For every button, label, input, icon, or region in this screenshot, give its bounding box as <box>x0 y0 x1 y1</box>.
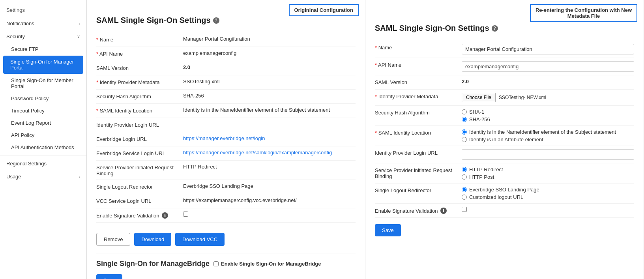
sso-landing-option[interactable]: Everbridge SSO Landing Page <box>462 187 634 193</box>
help-icon-left[interactable]: ? <box>213 17 219 24</box>
right-label-sp-binding: Service Provider initiated Request Bindi… <box>375 167 462 179</box>
nameid-radio[interactable] <box>462 129 467 135</box>
custom-logout-option[interactable]: Customized logout URL <box>462 194 634 200</box>
right-callout: Re-entering the Configuration with New M… <box>530 4 637 22</box>
right-field-saml-identity: SAML Identity Location Identity is in th… <box>375 126 634 146</box>
help-icon-right[interactable]: ? <box>492 25 498 32</box>
sidebar-item-event-log-report[interactable]: Event Log Report <box>0 117 86 129</box>
download-button[interactable]: Download <box>134 233 171 246</box>
label-everbridge-login: Everbridge Login URL <box>96 135 183 142</box>
sidebar-item-api-policy[interactable]: API Policy <box>0 129 86 141</box>
sidebar: Settings Notifications › Security ∨ Secu… <box>0 0 87 279</box>
field-saml-identity: SAML Identity Location Identity is in th… <box>96 104 356 118</box>
sha1-option[interactable]: SHA-1 <box>462 109 634 115</box>
sidebar-title: Settings <box>0 4 86 17</box>
manage-bridge-checkbox-row: Enable Single Sign-On for ManageBridge <box>213 261 321 267</box>
field-vcc: VCC Service Login URL https://exampleman… <box>96 194 356 208</box>
label-slo: Single Logout Redirector <box>96 183 183 190</box>
right-label-saml-identity: SAML Identity Location <box>375 129 462 136</box>
save-row-right: Save <box>375 224 634 236</box>
chevron-right-icon: › <box>79 21 80 26</box>
sidebar-item-notifications[interactable]: Notifications › <box>0 17 86 30</box>
http-redirect-option[interactable]: HTTP Redirect <box>462 167 634 172</box>
sidebar-item-password-policy[interactable]: Password Policy <box>0 92 86 105</box>
sha1-radio[interactable] <box>462 109 467 114</box>
http-post-option[interactable]: HTTP Post <box>462 174 634 180</box>
save-button-right[interactable]: Save <box>375 224 401 236</box>
left-panel-title: SAML Single Sign-On Settings ? <box>96 16 356 25</box>
file-input-row: Choose File SSOTesting- NEW.xml <box>462 93 634 102</box>
right-label-saml-version: SAML Version <box>375 79 462 85</box>
right-value-saml-version: 2.0 <box>462 79 634 84</box>
sha256-option[interactable]: SHA-256 <box>462 116 634 122</box>
right-value-idp-metadata: Choose File SSOTesting- NEW.xml <box>462 93 634 102</box>
sidebar-item-sso-manager[interactable]: Single Sign-On for Manager Portal <box>3 56 83 74</box>
http-post-radio[interactable] <box>462 174 467 180</box>
api-name-input[interactable] <box>462 61 634 72</box>
info-icon-sig[interactable]: ℹ <box>162 212 168 219</box>
field-saml-version: SAML Version 2.0 <box>96 61 356 75</box>
nameid-option[interactable]: Identity is in the NameIdentifier elemen… <box>462 129 634 135</box>
left-panel: Origininal Configuration SAML Single Sig… <box>87 0 365 279</box>
right-value-name <box>462 44 634 54</box>
right-value-idp-login <box>462 149 634 160</box>
label-sp-binding: Service Provider initiated Request Bindi… <box>96 164 183 176</box>
manage-bridge-title: Single Sign-On for ManageBridge Enable S… <box>96 260 356 268</box>
label-name: Name <box>96 36 183 43</box>
sidebar-item-timeout-policy[interactable]: Timeout Policy <box>0 105 86 117</box>
sidebar-item-secure-ftp[interactable]: Secure FTP <box>0 43 86 55</box>
right-value-sig-validation <box>462 207 634 213</box>
value-api-name: examplemanagerconfig <box>183 50 356 56</box>
choose-file-button[interactable]: Choose File <box>462 93 496 102</box>
label-sig-validation: Enable Signature Validation ℹ <box>96 212 183 219</box>
label-saml-version: SAML Version <box>96 64 183 71</box>
left-callout: Origininal Configuration <box>289 4 359 16</box>
remove-button[interactable]: Remove <box>96 233 130 246</box>
field-everbridge-login: Everbridge Login URL https://manager.eve… <box>96 132 356 146</box>
sidebar-item-sso-member[interactable]: Single Sign-On for Member Portal <box>0 74 86 92</box>
attr-radio[interactable] <box>462 137 467 142</box>
right-label-sig-validation: Enable Signature Validation ℹ <box>375 207 462 214</box>
field-security-hash: Security Hash Algorithm SHA-256 <box>96 90 356 104</box>
sso-landing-radio[interactable] <box>462 187 467 192</box>
sidebar-item-api-auth-methods[interactable]: API Authentication Methods <box>0 141 86 154</box>
sidebar-item-security[interactable]: Security ∨ <box>0 30 86 43</box>
right-value-sp-binding: HTTP Redirect HTTP Post <box>462 167 634 180</box>
field-sp-binding: Service Provider initiated Request Bindi… <box>96 161 356 180</box>
field-name: Name Manager Portal Congifuration <box>96 33 356 47</box>
manage-bridge-checkbox[interactable] <box>213 261 219 266</box>
label-api-name: API Name <box>96 50 183 57</box>
sha256-radio[interactable] <box>462 117 467 122</box>
field-everbridge-service: Everbridge Service Login URL https://man… <box>96 146 356 161</box>
action-buttons-left: Remove Download Download VCC <box>96 229 356 250</box>
label-idp-metadata: Identity Provider Metadata <box>96 79 183 85</box>
value-sp-binding: HTTP Redirect <box>183 164 356 170</box>
right-label-idp-login: Identity Provider Login URL <box>375 149 462 156</box>
save-button-left[interactable]: Save <box>96 274 122 279</box>
sig-validation-checkbox-right[interactable] <box>462 207 467 212</box>
download-vcc-button[interactable]: Download VCC <box>175 233 225 246</box>
right-field-sp-binding: Service Provider initiated Request Bindi… <box>375 163 634 184</box>
right-field-security-hash: Security Hash Algorithm SHA-1 SHA-256 <box>375 106 634 126</box>
sidebar-item-usage[interactable]: Usage › <box>0 170 86 183</box>
info-icon-sig-right[interactable]: ℹ <box>440 208 447 214</box>
attr-option[interactable]: Identity is in an Attribute element <box>462 137 634 142</box>
label-idp-login-url: Identity Provider Login URL <box>96 121 183 128</box>
right-field-idp-login: Identity Provider Login URL <box>375 146 634 163</box>
chevron-right-icon-usage: › <box>79 174 80 179</box>
value-everbridge-service[interactable]: https://manager.everbridge.net/saml/logi… <box>183 150 356 155</box>
label-everbridge-service: Everbridge Service Login URL <box>96 150 183 156</box>
sidebar-item-regional-settings[interactable]: Regional Settings <box>0 157 86 170</box>
http-redirect-radio[interactable] <box>462 167 467 172</box>
right-label-api-name: API Name <box>375 61 462 68</box>
name-input[interactable] <box>462 44 634 54</box>
value-everbridge-login[interactable]: https://manager.everbridge.net/login <box>183 135 356 141</box>
idp-login-input[interactable] <box>462 149 634 160</box>
divider <box>0 155 86 155</box>
right-label-security-hash: Security Hash Algorithm <box>375 109 462 116</box>
custom-logout-radio[interactable] <box>462 195 467 200</box>
right-value-api-name <box>462 61 634 72</box>
right-panel-title: SAML Single Sign-On Settings ? <box>375 24 634 33</box>
sig-validation-checkbox[interactable] <box>183 212 188 217</box>
right-field-sig-validation: Enable Signature Validation ℹ <box>375 204 634 218</box>
